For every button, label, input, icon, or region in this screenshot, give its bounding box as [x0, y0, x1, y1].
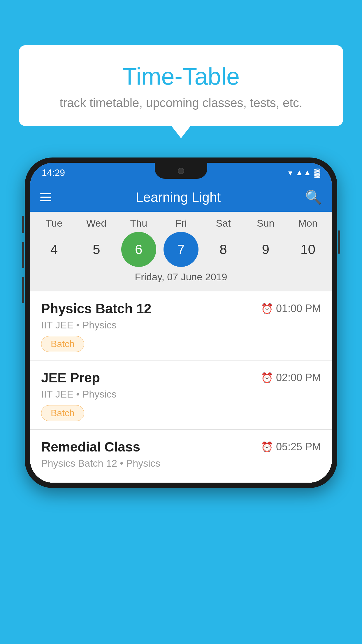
app-title: Learning Light [60, 189, 296, 205]
clock-icon-1: ⏰ [261, 303, 273, 314]
day-numbers: 4 5 6 7 8 9 10 [30, 232, 332, 267]
schedule-item-3-time: ⏰ 05:25 PM [261, 441, 321, 453]
phone-frame: 14:29 ▾ ▲▲ ▓ Learning Light 🔍 [25, 158, 337, 488]
bubble-subtitle: track timetable, upcoming classes, tests… [34, 96, 328, 110]
schedule-item-3-title: Remedial Class [41, 439, 140, 455]
signal-icon: ▲▲ [295, 168, 311, 177]
schedule-item-2-time: ⏰ 02:00 PM [261, 372, 321, 384]
schedule-item-3[interactable]: Remedial Class ⏰ 05:25 PM Physics Batch … [30, 430, 332, 483]
calendar-strip: Tue Wed Thu Fri Sat Sun Mon 4 5 6 7 8 9 … [30, 212, 332, 291]
schedule-list: Physics Batch 12 ⏰ 01:00 PM IIT JEE • Ph… [30, 291, 332, 483]
day-label-sun: Sun [248, 218, 283, 229]
day-label-fri: Fri [164, 218, 198, 229]
phone-wrapper: 14:29 ▾ ▲▲ ▓ Learning Light 🔍 [25, 158, 337, 488]
day-4[interactable]: 4 [37, 232, 72, 267]
schedule-item-1-time: ⏰ 01:00 PM [261, 302, 321, 315]
volume-up-button [22, 242, 24, 268]
status-time: 14:29 [42, 167, 65, 178]
volume-down-button [22, 277, 24, 303]
schedule-item-1-subtitle: IIT JEE • Physics [41, 319, 321, 331]
clock-icon-2: ⏰ [261, 372, 273, 384]
power-button [338, 230, 340, 254]
schedule-item-2-subtitle: IIT JEE • Physics [41, 388, 321, 400]
batch-tag-2: Batch [41, 405, 84, 421]
day-label-mon: Mon [290, 218, 325, 229]
day-label-tue: Tue [37, 218, 72, 229]
batch-tag-1: Batch [41, 336, 84, 352]
phone-screen: 14:29 ▾ ▲▲ ▓ Learning Light 🔍 [30, 163, 332, 483]
search-button[interactable]: 🔍 [305, 189, 322, 205]
day-9[interactable]: 9 [248, 232, 283, 267]
time-value-2: 02:00 PM [276, 372, 321, 384]
day-label-wed: Wed [79, 218, 114, 229]
schedule-item-2-title: JEE Prep [41, 370, 100, 386]
menu-button[interactable] [40, 193, 51, 201]
day-10[interactable]: 10 [290, 232, 325, 267]
day-5[interactable]: 5 [79, 232, 114, 267]
speech-bubble-wrapper: Time-Table track timetable, upcoming cla… [19, 45, 343, 126]
day-labels: Tue Wed Thu Fri Sat Sun Mon [30, 218, 332, 229]
time-value-1: 01:00 PM [276, 302, 321, 315]
schedule-item-3-header: Remedial Class ⏰ 05:25 PM [41, 439, 321, 455]
date-label: Friday, 07 June 2019 [30, 267, 332, 288]
schedule-item-2[interactable]: JEE Prep ⏰ 02:00 PM IIT JEE • Physics Ba… [30, 360, 332, 430]
schedule-item-1-title: Physics Batch 12 [41, 301, 151, 316]
wifi-icon: ▾ [288, 168, 292, 178]
schedule-item-1[interactable]: Physics Batch 12 ⏰ 01:00 PM IIT JEE • Ph… [30, 291, 332, 360]
day-label-sat: Sat [206, 218, 241, 229]
schedule-item-3-subtitle: Physics Batch 12 • Physics [41, 458, 321, 469]
battery-icon: ▓ [314, 168, 320, 177]
schedule-item-2-header: JEE Prep ⏰ 02:00 PM [41, 370, 321, 386]
phone-notch [155, 163, 207, 179]
app-bar: Learning Light 🔍 [30, 183, 332, 212]
mute-button [22, 216, 24, 233]
clock-icon-3: ⏰ [261, 441, 273, 453]
schedule-item-1-header: Physics Batch 12 ⏰ 01:00 PM [41, 301, 321, 316]
bubble-title: Time-Table [34, 63, 328, 90]
status-icons: ▾ ▲▲ ▓ [288, 168, 320, 178]
front-camera [178, 168, 184, 174]
day-8[interactable]: 8 [206, 232, 241, 267]
speech-bubble: Time-Table track timetable, upcoming cla… [19, 45, 343, 126]
time-value-3: 05:25 PM [276, 441, 321, 453]
day-7-selected[interactable]: 7 [164, 232, 198, 267]
day-label-thu: Thu [121, 218, 156, 229]
day-6-today[interactable]: 6 [121, 232, 156, 267]
